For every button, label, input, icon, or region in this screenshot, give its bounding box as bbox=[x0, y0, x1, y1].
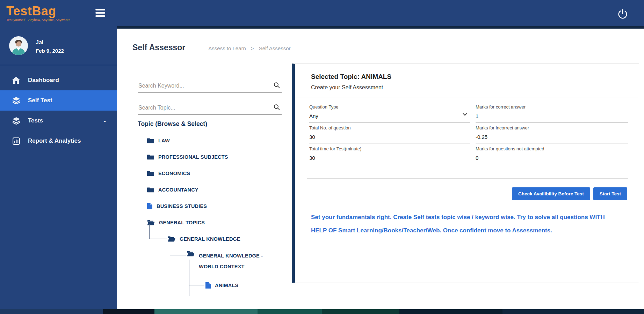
title-row: Self Assessor Assess to Learn > Self Ass… bbox=[132, 43, 291, 52]
tree-connector bbox=[170, 240, 186, 255]
question-type-select[interactable]: Question Type Any bbox=[309, 104, 470, 122]
file-icon bbox=[147, 203, 152, 209]
search-topic-input[interactable] bbox=[138, 102, 282, 115]
bar-chart-icon bbox=[12, 137, 20, 145]
tree-item-business-studies[interactable]: BUSINESS STUDIES bbox=[138, 198, 282, 214]
tree-item-label: ANIMALS bbox=[215, 283, 238, 288]
field-label: Total time for Test(minute) bbox=[309, 146, 470, 152]
bottom-edge-strip bbox=[0, 309, 644, 314]
sidebar-item-report-analytics[interactable]: Report & Analytics bbox=[0, 131, 117, 151]
field-value: -0.25 bbox=[476, 131, 628, 140]
total-questions-input[interactable]: Total No. of question 30 bbox=[309, 125, 470, 143]
collapse-indicator[interactable]: - bbox=[103, 117, 106, 125]
self-assessment-card: Selected Topic: ANIMALS Create your Self… bbox=[292, 63, 639, 283]
user-name: Jai bbox=[36, 39, 64, 46]
tree-heading: Topic (Browse & Select) bbox=[138, 120, 282, 128]
main-content: Self Assessor Assess to Learn > Self Ass… bbox=[117, 31, 644, 309]
tree-connector bbox=[149, 224, 167, 239]
breadcrumb-separator: > bbox=[251, 45, 254, 51]
field-value: 0 bbox=[476, 152, 628, 161]
tree-item-accountancy[interactable]: ACCOUNTANCY bbox=[138, 181, 282, 198]
logo-tagline: Test yourself - Anyhow, Anytime, Anywher… bbox=[6, 18, 117, 22]
user-block: Jai Feb 9, 2022 bbox=[0, 29, 117, 65]
tree-item-label: BUSINESS STUDIES bbox=[157, 203, 207, 209]
field-label: Total No. of question bbox=[309, 125, 470, 131]
folder-icon bbox=[147, 137, 154, 143]
field-label: Marks for incorrect answer bbox=[476, 125, 628, 131]
button-row: Check Availibility Before Test Start Tes… bbox=[295, 187, 639, 200]
tree-item-general-knowledge-world-context[interactable]: GENERAL KNOWLEDGE - WORLD CONTEXT bbox=[138, 247, 282, 277]
card-subtitle: Create your Self Assessment bbox=[311, 84, 639, 91]
tree-item-professional-subjects[interactable]: PROFESSIONAL SUBJECTS bbox=[138, 149, 282, 165]
marks-incorrect-input[interactable]: Marks for incorrect answer -0.25 bbox=[476, 125, 628, 143]
field-label: Marks for questions not attempted bbox=[476, 146, 628, 152]
tree-item-law[interactable]: LAW bbox=[138, 132, 282, 149]
total-time-input[interactable]: Total time for Test(minute) 30 bbox=[309, 146, 470, 164]
sidebar-item-tests[interactable]: Tests - bbox=[0, 111, 117, 131]
power-icon[interactable] bbox=[617, 8, 629, 20]
file-icon bbox=[205, 282, 211, 289]
topic-browser-panel: Topic (Browse & Select) LAW PROFESSIONAL… bbox=[138, 80, 282, 300]
tree-item-label: PROFESSIONAL SUBJECTS bbox=[158, 154, 228, 160]
breadcrumb-current: Self Assessor bbox=[259, 45, 291, 51]
tree-item-animals[interactable]: ANIMALS bbox=[138, 277, 282, 293]
assessment-form: Question Type Any Marks for correct answ… bbox=[309, 104, 628, 167]
sidebar: TestBag Test yourself - Anyhow, Anytime,… bbox=[0, 0, 117, 309]
topic-tree: LAW PROFESSIONAL SUBJECTS ECONOMICS bbox=[138, 132, 282, 300]
search-keyword-wrap bbox=[138, 80, 282, 93]
marks-not-attempted-input[interactable]: Marks for questions not attempted 0 bbox=[476, 146, 628, 164]
field-value: 30 bbox=[309, 152, 470, 161]
folder-icon bbox=[147, 187, 154, 193]
start-test-button[interactable]: Start Test bbox=[593, 187, 627, 200]
card-head: Selected Topic: ANIMALS Create your Self… bbox=[295, 64, 639, 91]
logo-block: TestBag Test yourself - Anyhow, Anytime,… bbox=[0, 0, 117, 29]
tree-item-economics[interactable]: ECONOMICS bbox=[138, 165, 282, 181]
sidebar-item-self-test[interactable]: Self Test bbox=[0, 90, 117, 111]
field-value: 30 bbox=[309, 131, 470, 140]
tree-connector bbox=[189, 285, 189, 296]
field-label: Question Type bbox=[309, 104, 470, 110]
tree-item-label: ACCOUNTANCY bbox=[158, 187, 198, 193]
page-title: Self Assessor bbox=[132, 43, 185, 52]
user-meta: Jai Feb 9, 2022 bbox=[36, 39, 64, 54]
top-header bbox=[117, 0, 644, 29]
app-window: TestBag Test yourself - Anyhow, Anytime,… bbox=[0, 0, 644, 314]
marks-correct-input[interactable]: Marks for correct answer 1 bbox=[476, 104, 628, 122]
tree-item-general-knowledge[interactable]: GENERAL KNOWLEDGE bbox=[138, 231, 282, 247]
search-icon[interactable] bbox=[273, 82, 280, 90]
sidebar-item-label: Self Test bbox=[28, 97, 52, 104]
tree-connector bbox=[189, 260, 204, 285]
search-keyword-input[interactable] bbox=[138, 80, 282, 93]
folder-icon bbox=[147, 170, 154, 176]
card-divider bbox=[307, 178, 628, 179]
tree-item-label: GENERAL KNOWLEDGE bbox=[180, 236, 240, 242]
folder-open-icon bbox=[187, 251, 195, 256]
tree-item-label: ECONOMICS bbox=[158, 171, 190, 176]
sidebar-divider bbox=[0, 65, 117, 65]
sidebar-item-dashboard[interactable]: Dashboard bbox=[0, 70, 117, 90]
layers-icon bbox=[12, 97, 20, 104]
tree-item-label: LAW bbox=[158, 138, 170, 143]
user-date: Feb 9, 2022 bbox=[36, 48, 64, 54]
instruction-note: Set your fundamentals right. Create Self… bbox=[311, 211, 621, 237]
tree-item-label: GENERAL KNOWLEDGE - WORLD CONTEXT bbox=[199, 251, 267, 272]
check-availability-button[interactable]: Check Availibility Before Test bbox=[512, 187, 590, 200]
breadcrumb-parent[interactable]: Assess to Learn bbox=[208, 45, 246, 51]
selected-topic-title: Selected Topic: ANIMALS bbox=[311, 73, 639, 81]
layers-icon bbox=[12, 117, 20, 125]
hamburger-menu-icon[interactable] bbox=[95, 9, 105, 17]
sidebar-item-label: Report & Analytics bbox=[28, 137, 81, 144]
user-avatar bbox=[9, 36, 28, 57]
field-label: Marks for correct answer bbox=[476, 104, 628, 110]
home-icon bbox=[12, 77, 20, 84]
sidebar-item-label: Dashboard bbox=[28, 77, 59, 84]
field-value: Any bbox=[309, 110, 470, 119]
breadcrumb: Assess to Learn > Self Assessor bbox=[208, 45, 290, 51]
sidebar-item-label: Tests bbox=[28, 117, 43, 124]
field-value: 1 bbox=[476, 110, 628, 119]
search-icon[interactable] bbox=[273, 104, 280, 112]
card-divider bbox=[295, 97, 639, 97]
search-topic-wrap bbox=[138, 102, 282, 115]
folder-icon bbox=[147, 154, 154, 160]
sidebar-nav: Dashboard Self Test Tests - Report & An bbox=[0, 70, 117, 151]
